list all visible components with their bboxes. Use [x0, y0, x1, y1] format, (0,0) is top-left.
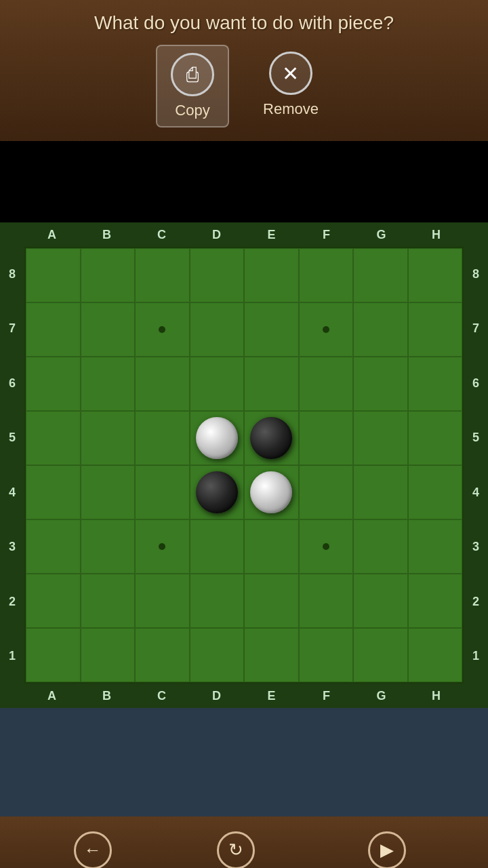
copy-label: Copy — [175, 102, 209, 119]
board-cell[interactable] — [190, 574, 245, 628]
board-cell[interactable] — [135, 357, 190, 411]
board-cell[interactable] — [26, 628, 81, 682]
board-cell[interactable] — [135, 519, 190, 574]
piece-white[interactable] — [196, 417, 238, 459]
board-cell[interactable] — [408, 519, 463, 574]
board-body: 8 7 6 5 4 3 2 1 8 7 6 5 4 3 2 1 — [0, 247, 488, 684]
board-cell[interactable] — [26, 411, 81, 465]
board-cell[interactable] — [353, 519, 408, 574]
board-cell[interactable] — [26, 574, 81, 628]
board-cell[interactable] — [299, 465, 354, 519]
board-cell[interactable] — [353, 357, 408, 411]
board-cell[interactable] — [135, 411, 190, 465]
board-footer: A B C D E F G H — [0, 684, 488, 708]
board-container: A B C D E F G H 8 7 6 5 4 3 2 1 8 7 6 — [0, 222, 488, 708]
board-cell[interactable] — [244, 357, 299, 411]
row-label-2: 2 — [0, 574, 24, 629]
board-cell[interactable] — [81, 519, 136, 574]
board-cell[interactable] — [299, 574, 354, 628]
col-label-c: C — [134, 228, 189, 242]
refresh-button[interactable]: ↻ Refresh — [212, 831, 260, 869]
board-cell[interactable] — [408, 248, 463, 302]
board-cell[interactable] — [353, 465, 408, 519]
board-cell[interactable] — [244, 574, 299, 628]
piece-black[interactable] — [196, 471, 238, 513]
footer-col-label-h: H — [409, 689, 464, 703]
board-cell[interactable] — [299, 248, 354, 302]
board-cell[interactable] — [81, 465, 136, 519]
remove-icon: ✕ — [269, 52, 312, 95]
row-label-8: 8 — [0, 247, 24, 302]
piece-white[interactable] — [250, 471, 292, 513]
row-label-1: 1 — [0, 629, 24, 684]
board-cell[interactable] — [408, 574, 463, 628]
board-cell[interactable] — [135, 465, 190, 519]
board-cell[interactable] — [353, 628, 408, 682]
row-label-6: 6 — [0, 356, 24, 411]
black-gap — [0, 141, 488, 222]
board-cell[interactable] — [190, 628, 245, 682]
board-cell[interactable] — [81, 411, 136, 465]
board-cell[interactable] — [81, 574, 136, 628]
row-label-7: 7 — [0, 302, 24, 357]
board-cell[interactable] — [81, 248, 136, 302]
board-cell[interactable] — [26, 465, 81, 519]
col-label-b: B — [79, 228, 134, 242]
board-cell[interactable] — [26, 248, 81, 302]
remove-button[interactable]: ✕ Remove — [249, 45, 332, 127]
board-cell[interactable] — [244, 465, 299, 519]
start-game-button[interactable]: ▶ Start game — [354, 831, 421, 869]
go-back-button[interactable]: ← Go back — [68, 831, 118, 869]
board-cell[interactable] — [26, 357, 81, 411]
row-label-3-right: 3 — [464, 520, 488, 575]
board-cell[interactable] — [299, 519, 354, 574]
footer-col-label-c: C — [134, 689, 189, 703]
row-label-2-right: 2 — [464, 574, 488, 629]
copy-icon: ⎙ — [171, 53, 214, 96]
board-cell[interactable] — [244, 411, 299, 465]
board-cell[interactable] — [408, 411, 463, 465]
board-cell[interactable] — [135, 574, 190, 628]
board-cell[interactable] — [135, 248, 190, 302]
board-cell[interactable] — [26, 302, 81, 357]
col-label-h: H — [409, 228, 464, 242]
board-cell[interactable] — [190, 519, 245, 574]
board-cell[interactable] — [190, 357, 245, 411]
board-cell[interactable] — [244, 248, 299, 302]
board-cell[interactable] — [299, 357, 354, 411]
board-cell[interactable] — [244, 628, 299, 682]
copy-button[interactable]: ⎙ Copy — [156, 45, 229, 127]
board-cell[interactable] — [299, 411, 354, 465]
board-cell[interactable] — [190, 248, 245, 302]
board-cell[interactable] — [353, 248, 408, 302]
board-cell[interactable] — [244, 519, 299, 574]
board-grid[interactable] — [24, 247, 464, 684]
row-label-4: 4 — [0, 465, 24, 520]
board-cell[interactable] — [26, 519, 81, 574]
board-cell[interactable] — [190, 411, 245, 465]
board-cell[interactable] — [353, 302, 408, 357]
board-cell[interactable] — [81, 357, 136, 411]
board-dot — [159, 543, 165, 550]
row-label-3: 3 — [0, 520, 24, 575]
footer-col-label-f: F — [299, 689, 354, 703]
board-cell[interactable] — [190, 465, 245, 519]
board-cell[interactable] — [299, 302, 354, 357]
board-cell[interactable] — [353, 574, 408, 628]
board-cell[interactable] — [299, 628, 354, 682]
board-cell[interactable] — [353, 411, 408, 465]
row-label-5: 5 — [0, 411, 24, 466]
board-cell[interactable] — [408, 302, 463, 357]
board-cell[interactable] — [135, 628, 190, 682]
piece-black[interactable] — [250, 417, 292, 459]
board-cell[interactable] — [408, 357, 463, 411]
board-cell[interactable] — [135, 302, 190, 357]
board-cell[interactable] — [81, 628, 136, 682]
board-cell[interactable] — [244, 302, 299, 357]
board-cell[interactable] — [81, 302, 136, 357]
board-cell[interactable] — [408, 628, 463, 682]
footer-col-label-b: B — [79, 689, 134, 703]
col-label-d: D — [189, 228, 244, 242]
board-cell[interactable] — [190, 302, 245, 357]
board-cell[interactable] — [408, 465, 463, 519]
